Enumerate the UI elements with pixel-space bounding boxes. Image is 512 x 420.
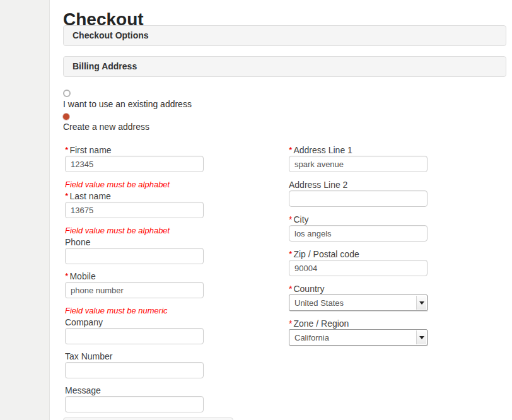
city-input[interactable] xyxy=(289,225,428,242)
panel-header-billing-address-label: Billing Address xyxy=(73,61,137,71)
zip-postal-code-label: *Zip / Postal code xyxy=(289,250,428,259)
country-select[interactable]: United States xyxy=(289,295,428,311)
city-field-group: *City xyxy=(289,215,428,242)
panel-header-billing-address[interactable]: Billing Address xyxy=(63,56,506,77)
left-gutter xyxy=(0,0,50,420)
address-line-1-label: *Address Line 1 xyxy=(289,146,428,155)
required-asterisk: * xyxy=(289,249,292,259)
mobile-input[interactable] xyxy=(65,282,204,298)
required-asterisk: * xyxy=(65,271,68,281)
address-line-1-field-group: *Address Line 1 xyxy=(289,146,428,172)
new-address-radio-label[interactable]: Create a new address xyxy=(63,121,192,132)
mobile-field-group: *Mobile Field value must be numeric xyxy=(65,272,204,315)
last-name-label: *Last name xyxy=(65,192,204,201)
company-label: Company xyxy=(65,318,204,327)
required-asterisk: * xyxy=(289,318,292,329)
tax-number-field-group: Tax Number xyxy=(65,352,204,378)
country-label: *Country xyxy=(289,284,428,294)
zone-region-label: *Zone / Region xyxy=(289,319,428,329)
radio-option-new-address: Create a new address xyxy=(63,114,192,132)
message-field-group: Message xyxy=(65,386,204,412)
message-label: Message xyxy=(65,386,204,395)
country-select-value: United States xyxy=(294,298,344,308)
message-input[interactable] xyxy=(65,396,204,412)
company-field-group: Company xyxy=(65,318,204,344)
chevron-down-icon[interactable] xyxy=(416,330,426,344)
address-line-2-input[interactable] xyxy=(289,190,428,207)
radio-option-existing-address: I want to use an existing address xyxy=(63,90,192,110)
country-field-group: *Country United States xyxy=(289,284,428,311)
first-name-label: *First name xyxy=(65,146,204,155)
first-name-error: Field value must be alphabet xyxy=(65,180,204,189)
required-asterisk: * xyxy=(289,214,292,225)
phone-field-group: Phone xyxy=(65,238,204,264)
tax-number-input[interactable] xyxy=(65,362,204,378)
new-address-radio[interactable] xyxy=(63,114,69,120)
required-asterisk: * xyxy=(65,145,68,155)
billing-form-right-column: *Address Line 1 Address Line 2 *City *Zi… xyxy=(289,146,428,354)
zone-region-select[interactable]: California xyxy=(289,329,428,346)
zone-region-field-group: *Zone / Region California xyxy=(289,319,428,346)
existing-address-radio[interactable] xyxy=(63,90,71,97)
mobile-label: *Mobile xyxy=(65,272,204,281)
address-line-2-label: Address Line 2 xyxy=(289,180,428,190)
zone-region-select-value: California xyxy=(294,333,329,342)
required-asterisk: * xyxy=(65,191,68,201)
existing-address-radio-label[interactable]: I want to use an existing address xyxy=(63,98,192,110)
last-name-input[interactable] xyxy=(65,202,204,218)
phone-label: Phone xyxy=(65,238,204,247)
last-name-error: Field value must be alphabet xyxy=(65,226,204,235)
mobile-error: Field value must be numeric xyxy=(65,306,204,315)
panel-header-checkout-options-label: Checkout Options xyxy=(73,30,149,40)
last-name-field-group: *Last name Field value must be alphabet xyxy=(65,192,204,235)
tax-number-label: Tax Number xyxy=(65,352,204,361)
address-choice-group: I want to use an existing address Create… xyxy=(63,90,192,136)
city-label: *City xyxy=(289,215,428,225)
required-asterisk: * xyxy=(289,284,292,294)
address-line-1-input[interactable] xyxy=(289,156,428,172)
next-section-panel-partial xyxy=(63,417,233,420)
panel-header-checkout-options[interactable]: Checkout Options xyxy=(63,25,506,46)
required-asterisk: * xyxy=(289,145,292,155)
company-input[interactable] xyxy=(65,328,204,344)
billing-form-left-column: *First name Field value must be alphabet… xyxy=(65,146,204,420)
phone-input[interactable] xyxy=(65,248,204,264)
first-name-input[interactable] xyxy=(65,156,204,172)
address-line-2-field-group: Address Line 2 xyxy=(289,180,428,207)
zip-postal-code-input[interactable] xyxy=(289,260,428,276)
first-name-field-group: *First name Field value must be alphabet xyxy=(65,146,204,189)
zip-postal-code-field-group: *Zip / Postal code xyxy=(289,250,428,276)
chevron-down-icon[interactable] xyxy=(416,296,426,310)
